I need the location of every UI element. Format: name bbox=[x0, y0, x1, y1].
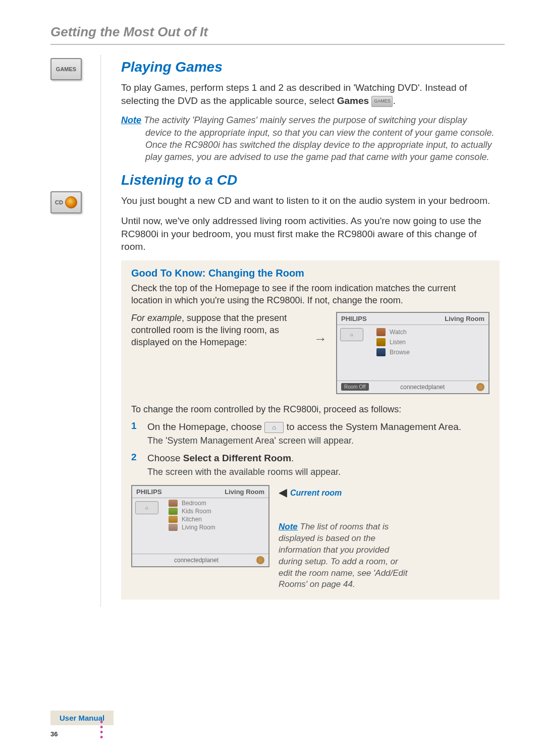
device-brand: PHILIPS bbox=[341, 315, 367, 322]
step-1: 1 On the Homepage, choose to access the … bbox=[131, 420, 489, 447]
playing-games-note: Note The activity 'Playing Games' mainly… bbox=[121, 114, 500, 163]
device-room-select-screenshot: PHILIPS Living Room ⌂ Bedroom Kids Room … bbox=[131, 485, 269, 567]
gtk-body: Check the top of the Homepage to see if … bbox=[131, 282, 489, 307]
device-action-listen[interactable]: Listen bbox=[376, 337, 485, 347]
room-list-side-note: Note The list of rooms that is displayed… bbox=[279, 521, 410, 591]
device2-connectedplanet: connectedplanet bbox=[174, 557, 219, 564]
gear-icon[interactable] bbox=[476, 383, 484, 391]
connectedplanet-label: connectedplanet bbox=[400, 384, 445, 391]
arrow-right-icon: → bbox=[314, 331, 327, 347]
page-footer: User Manual 36 •••• bbox=[50, 711, 114, 738]
step1-post: to access the System Management Area. bbox=[287, 421, 461, 432]
device-action-browse[interactable]: Browse bbox=[376, 347, 485, 357]
browse-icon bbox=[376, 348, 386, 356]
device2-brand: PHILIPS bbox=[136, 488, 162, 496]
footer-dots-icon: •••• bbox=[100, 720, 103, 740]
listening-p1: You just bought a new CD and want to lis… bbox=[121, 194, 500, 207]
footer-user-manual: User Manual bbox=[50, 711, 114, 725]
cd-disc-icon bbox=[65, 196, 77, 208]
games-margin-label: GAMES bbox=[56, 66, 76, 72]
note-label: Note bbox=[121, 115, 141, 125]
sofa-icon bbox=[169, 524, 178, 531]
living-label: Living Room bbox=[182, 524, 215, 531]
kitchen-icon bbox=[169, 516, 178, 523]
step-1-number: 1 bbox=[131, 420, 139, 447]
speaker-icon bbox=[376, 338, 386, 346]
bedroom-label: Bedroom bbox=[182, 500, 206, 507]
change-room-intro: To change the room controlled by the RC9… bbox=[131, 403, 489, 415]
intro-pre: To play Games, perform steps 1 and 2 as … bbox=[121, 82, 467, 106]
kitchen-label: Kitchen bbox=[182, 516, 202, 523]
note-first-line: The activity 'Playing Games' mainly serv… bbox=[141, 115, 467, 125]
tv-icon bbox=[376, 328, 386, 336]
kids-label: Kids Room bbox=[182, 508, 211, 515]
device-action-watch[interactable]: Watch bbox=[376, 327, 485, 337]
side-note-label: Note bbox=[279, 522, 298, 531]
games-inline-icon: GAMES bbox=[371, 96, 393, 107]
intro-games-word: Games bbox=[337, 95, 369, 106]
device2-room-indicator: Living Room bbox=[225, 488, 264, 496]
side-note-text: The list of rooms that is displayed is b… bbox=[279, 522, 408, 589]
browse-label: Browse bbox=[390, 349, 410, 356]
listen-label: Listen bbox=[390, 339, 406, 346]
bed-icon bbox=[169, 500, 178, 507]
watch-label: Watch bbox=[390, 329, 407, 336]
gtk-title: Good To Know: Changing the Room bbox=[131, 267, 489, 279]
room-item-bedroom[interactable]: Bedroom bbox=[169, 499, 268, 507]
for-example: For example bbox=[131, 313, 182, 323]
divider bbox=[50, 44, 505, 45]
step-2-number: 2 bbox=[131, 452, 139, 478]
playing-games-intro: To play Games, perform steps 1 and 2 as … bbox=[121, 81, 500, 107]
step2-result: The screen with the available rooms will… bbox=[147, 466, 489, 478]
playing-games-heading: Playing Games bbox=[121, 59, 500, 75]
pointer-arrow-icon: ◀ bbox=[279, 486, 287, 499]
device-homepage-screenshot: PHILIPS Living Room ⌂ Watch Listen Brows… bbox=[336, 312, 489, 394]
good-to-know-box: Good To Know: Changing the Room Check th… bbox=[121, 260, 500, 600]
device-home-button[interactable]: ⌂ bbox=[340, 328, 363, 341]
kids-icon bbox=[169, 508, 178, 515]
gtk-example-text: For example, suppose that the present co… bbox=[131, 312, 300, 349]
step2-pre: Choose bbox=[147, 453, 183, 463]
step2-post: . bbox=[291, 453, 294, 463]
step1-result: The 'System Management Area' screen will… bbox=[147, 435, 489, 447]
chapter-title: Getting the Most Out of It bbox=[50, 24, 505, 40]
note-rest: device to the appropriate input, so that… bbox=[121, 127, 500, 164]
cd-margin-icon: CD bbox=[50, 191, 82, 213]
room-item-living[interactable]: Living Room bbox=[169, 523, 268, 531]
listening-p2: Until now, we've only addressed living r… bbox=[121, 214, 500, 253]
cd-margin-label: CD bbox=[55, 199, 63, 205]
step1-pre: On the Homepage, choose bbox=[147, 421, 264, 432]
step-2: 2 Choose Select a Different Room. The sc… bbox=[131, 452, 489, 478]
vertical-rule bbox=[100, 55, 101, 607]
games-margin-icon: GAMES bbox=[50, 58, 82, 80]
device2-gear-icon[interactable] bbox=[256, 556, 264, 564]
device2-home-button[interactable]: ⌂ bbox=[135, 501, 158, 514]
footer-page-number: 36 bbox=[50, 730, 114, 738]
home-inline-icon bbox=[264, 422, 284, 433]
step2-bold: Select a Different Room bbox=[183, 453, 291, 463]
room-off-button[interactable]: Room Off bbox=[341, 383, 369, 391]
room-item-kids[interactable]: Kids Room bbox=[169, 507, 268, 515]
intro-post: . bbox=[393, 95, 395, 106]
current-room-callout: Current room bbox=[290, 489, 342, 498]
listening-cd-heading: Listening to a CD bbox=[121, 172, 500, 188]
device-room-indicator: Living Room bbox=[445, 315, 484, 322]
room-item-kitchen[interactable]: Kitchen bbox=[169, 515, 268, 523]
